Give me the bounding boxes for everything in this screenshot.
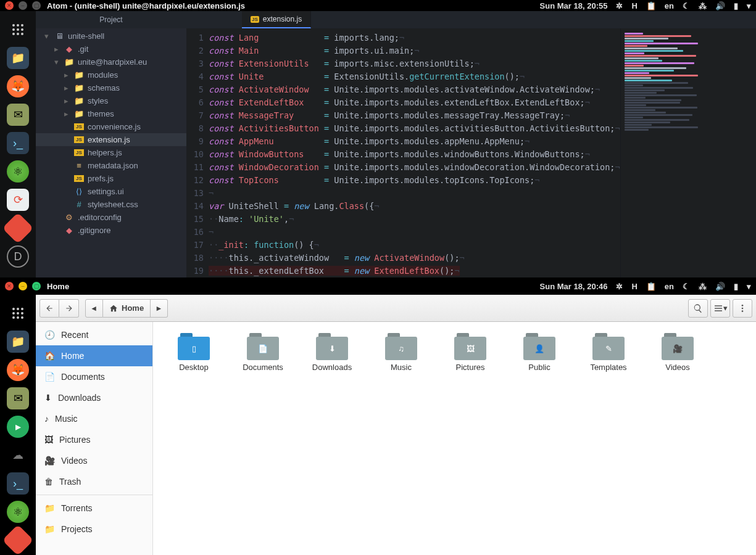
clipboard-icon[interactable]: 📋 bbox=[646, 1, 656, 10]
settings-icon[interactable]: ✲ bbox=[616, 1, 623, 10]
files-topbar: ✕ – ▢ Home Sun Mar 18, 20:46 ✲ H 📋 en ☾ … bbox=[0, 278, 756, 295]
sidebar-item-music[interactable]: ♪Music bbox=[36, 408, 152, 429]
tree-file[interactable]: JSprefs.js bbox=[36, 172, 186, 185]
tree-file[interactable]: ≡metadata.json bbox=[36, 159, 186, 172]
sidebar-item-videos[interactable]: 🎥Videos bbox=[36, 450, 152, 471]
svg-point-5 bbox=[21, 28, 23, 31]
update-icon[interactable]: ⟳ bbox=[7, 189, 29, 211]
tree-file[interactable]: #stylesheet.css bbox=[36, 198, 186, 211]
tree-root[interactable]: ▾🖥unite-shell bbox=[36, 30, 186, 43]
menu-button[interactable] bbox=[733, 299, 752, 318]
path-right[interactable]: ▸ bbox=[151, 299, 168, 318]
tree-file[interactable]: ◆.gitignore bbox=[36, 224, 186, 237]
sidebar-item-downloads[interactable]: ⬇Downloads bbox=[36, 387, 152, 408]
atom-window: ✕ – ▢ Atom - (unite-shell) unite@hardpix… bbox=[0, 0, 756, 278]
tree-folder[interactable]: ▸📁styles bbox=[36, 94, 186, 107]
maximize-button[interactable]: ▢ bbox=[32, 1, 41, 10]
panel-datetime[interactable]: Sun Mar 18, 20:55 bbox=[540, 1, 608, 10]
files-main: ◂ Home ▸ ▾ 🕘Rec bbox=[36, 295, 756, 555]
activities-icon[interactable] bbox=[7, 302, 29, 324]
battery-icon[interactable]: ▮ bbox=[734, 282, 738, 291]
tree-file[interactable]: ⚙.editorconfig bbox=[36, 211, 186, 224]
files-app-icon[interactable]: 📁 bbox=[7, 331, 29, 353]
atom-app-icon[interactable]: ⚛ bbox=[7, 501, 29, 523]
tree-folder[interactable]: ▸◆.git bbox=[36, 43, 186, 56]
back-button[interactable] bbox=[39, 299, 59, 318]
terminal-icon[interactable]: ›_ bbox=[7, 472, 29, 495]
app-icon[interactable]: ✉ bbox=[7, 387, 29, 409]
search-button[interactable] bbox=[688, 299, 708, 318]
tree-file[interactable]: JSconvenience.js bbox=[36, 120, 186, 133]
folder-desktop[interactable]: ▯Desktop bbox=[159, 333, 228, 372]
folder-documents[interactable]: 📄Documents bbox=[228, 333, 297, 372]
sidebar-item-pictures[interactable]: 🖼Pictures bbox=[36, 429, 152, 450]
chevron-down-icon[interactable]: ▾ bbox=[747, 1, 751, 10]
window-controls: ✕ – ▢ bbox=[5, 1, 41, 10]
maximize-button[interactable]: ▢ bbox=[32, 282, 41, 290]
wifi-icon[interactable]: ⁂ bbox=[699, 282, 707, 291]
folder-public[interactable]: 👤Public bbox=[505, 333, 574, 372]
terminal-icon[interactable]: ›_ bbox=[7, 132, 29, 154]
tree-folder[interactable]: ▸📁schemas bbox=[36, 81, 186, 94]
firefox-icon[interactable]: 🦊 bbox=[7, 359, 29, 381]
code-text[interactable]: const Lang = imports.lang;¬ const Main =… bbox=[209, 28, 620, 278]
folder-music[interactable]: ♫Music bbox=[367, 333, 436, 372]
folder-icon: ♫ bbox=[385, 333, 417, 360]
sidebar-item-trash[interactable]: 🗑Trash bbox=[36, 471, 152, 492]
code-area[interactable]: 12345678910111213141516171819 const Lang… bbox=[186, 28, 756, 278]
files-grid[interactable]: ▯Desktop📄Documents⬇Downloads♫Music🖼Pictu… bbox=[153, 322, 756, 555]
locale-indicator[interactable]: en bbox=[665, 282, 674, 291]
view-toggle-button[interactable]: ▾ bbox=[710, 299, 730, 318]
tree-file-active[interactable]: JSextension.js bbox=[36, 133, 186, 146]
sidebar-item-recent[interactable]: 🕘Recent bbox=[36, 324, 152, 345]
d-app-icon[interactable]: D bbox=[7, 245, 29, 268]
git-icon[interactable] bbox=[2, 213, 34, 244]
volume-icon[interactable]: 🔊 bbox=[715, 282, 725, 291]
minimap[interactable] bbox=[620, 28, 713, 278]
svg-point-20 bbox=[742, 310, 744, 312]
locale-indicator[interactable]: en bbox=[665, 1, 674, 10]
git-icon[interactable] bbox=[2, 525, 34, 555]
sidebar-item-projects[interactable]: 📁Projects bbox=[36, 519, 152, 540]
chevron-down-icon[interactable]: ▾ bbox=[747, 282, 751, 291]
minimize-button[interactable]: – bbox=[19, 282, 27, 290]
disk-icon[interactable]: H bbox=[631, 282, 637, 291]
volume-icon[interactable]: 🔊 bbox=[715, 1, 725, 10]
firefox-icon[interactable]: 🦊 bbox=[7, 75, 29, 97]
activities-icon[interactable] bbox=[7, 18, 29, 41]
files-app-icon[interactable]: 📁 bbox=[7, 47, 29, 69]
sidebar-item-torrents[interactable]: 📁Torrents bbox=[36, 498, 152, 519]
folder-icon: ⬇ bbox=[316, 333, 348, 360]
folder-downloads[interactable]: ⬇Downloads bbox=[297, 333, 367, 372]
clipboard-icon[interactable]: 📋 bbox=[646, 282, 656, 291]
app-icon[interactable]: ✉ bbox=[7, 104, 29, 126]
path-left[interactable]: ◂ bbox=[85, 299, 103, 318]
tree-file[interactable]: JShelpers.js bbox=[36, 146, 186, 159]
app-icon-grey[interactable]: ☁ bbox=[7, 444, 29, 466]
sidebar-item-home[interactable]: 🏠Home bbox=[36, 345, 152, 366]
sidebar-item-documents[interactable]: 📄Documents bbox=[36, 366, 152, 387]
battery-icon[interactable]: ▮ bbox=[734, 1, 738, 10]
settings-icon[interactable]: ✲ bbox=[616, 282, 623, 291]
tree-folder[interactable]: ▾📁unite@hardpixel.eu bbox=[36, 56, 186, 68]
panel-datetime[interactable]: Sun Mar 18, 20:46 bbox=[540, 282, 608, 291]
nightlight-icon[interactable]: ☾ bbox=[683, 282, 690, 291]
wifi-icon[interactable]: ⁂ bbox=[699, 1, 707, 10]
close-button[interactable]: ✕ bbox=[5, 1, 14, 10]
folder-templates[interactable]: ✎Templates bbox=[574, 333, 643, 372]
editor-tab[interactable]: JS extension.js bbox=[242, 11, 311, 28]
media-app-icon[interactable]: ▸ bbox=[7, 416, 29, 438]
close-button[interactable]: ✕ bbox=[5, 282, 14, 290]
tree-file[interactable]: ⟨⟩settings.ui bbox=[36, 185, 186, 198]
tree-folder[interactable]: ▸📁modules bbox=[36, 68, 186, 81]
path-home[interactable]: Home bbox=[103, 299, 151, 318]
disk-icon[interactable]: H bbox=[631, 1, 637, 10]
forward-button[interactable] bbox=[59, 299, 79, 318]
nightlight-icon[interactable]: ☾ bbox=[683, 1, 690, 10]
tree-folder[interactable]: ▸📁themes bbox=[36, 107, 186, 120]
folder-videos[interactable]: 🎥Videos bbox=[643, 333, 712, 372]
atom-app-icon[interactable]: ⚛ bbox=[7, 160, 29, 183]
minimize-button[interactable]: – bbox=[19, 1, 27, 10]
folder-pictures[interactable]: 🖼Pictures bbox=[436, 333, 505, 372]
file-tree[interactable]: ▾🖥unite-shell ▸◆.git ▾📁unite@hardpixel.e… bbox=[36, 28, 186, 278]
